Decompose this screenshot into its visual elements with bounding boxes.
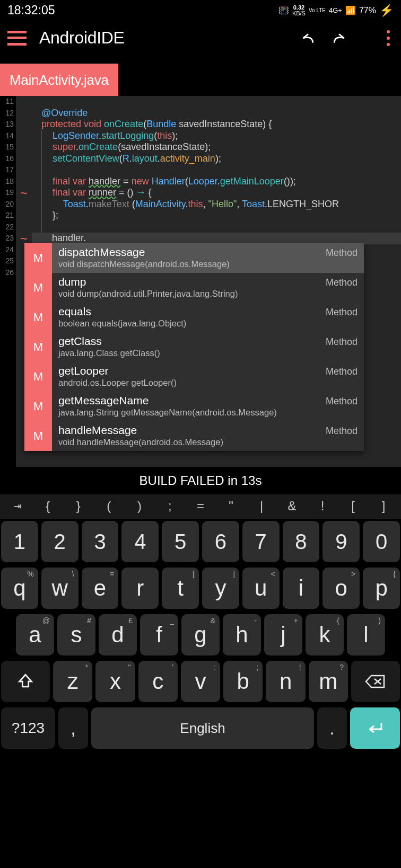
sym-pipe[interactable]: | [247, 499, 276, 513]
key-9[interactable]: 9 [322, 521, 360, 562]
key-w[interactable]: w\ [41, 568, 79, 609]
overflow-menu-icon[interactable] [381, 30, 396, 46]
key-8[interactable]: 8 [283, 521, 320, 562]
key-r[interactable]: r [121, 568, 159, 609]
key-c[interactable]: c' [138, 661, 178, 702]
ac-name: dispatchMessage [58, 246, 358, 258]
sym-semi[interactable]: ; [155, 499, 185, 513]
sym-rparen[interactable]: ) [125, 499, 154, 513]
key-n[interactable]: n! [266, 661, 305, 702]
key-1[interactable]: 1 [1, 521, 38, 562]
sym-eq[interactable]: = [186, 499, 215, 513]
key-t[interactable]: t[ [162, 568, 199, 609]
ac-name: getMessageName [58, 395, 358, 406]
clock: 18:32:05 [7, 3, 55, 17]
sym-quote[interactable]: " [216, 499, 246, 513]
key-u[interactable]: u< [242, 568, 280, 609]
key-switch[interactable]: ?123 [1, 707, 55, 749]
key-m[interactable]: m? [309, 661, 348, 702]
ac-signature: boolean equals(java.lang.Object) [58, 318, 358, 330]
ac-name: dump [58, 276, 358, 288]
vibrate-icon: 📳 [278, 5, 289, 15]
code-editor[interactable]: 11121314151617181920212223242526 ~~ @Ove… [0, 96, 401, 467]
key-backspace[interactable] [351, 661, 400, 702]
key-enter[interactable] [350, 707, 400, 749]
sym-lparen[interactable]: ( [94, 499, 124, 513]
key-b[interactable]: b; [223, 661, 263, 702]
key-6[interactable]: 6 [202, 521, 239, 562]
key-2[interactable]: 2 [41, 521, 79, 562]
ac-kind: Method [326, 277, 358, 289]
key-shift[interactable] [1, 661, 50, 702]
ac-signature: void dump(android.util.Printer,java.lang… [58, 288, 358, 300]
key-v[interactable]: v: [181, 661, 220, 702]
autocomplete-item[interactable]: MgetClassjava.lang.Class getClass()Metho… [24, 332, 364, 362]
autocomplete-item[interactable]: Mdumpvoid dump(android.util.Printer,java… [24, 273, 364, 303]
ac-kind: Method [326, 426, 358, 437]
sym-tab[interactable]: ⇥ [3, 499, 32, 513]
autocomplete-item[interactable]: MgetLooperandroid.os.Looper getLooper()M… [24, 362, 364, 392]
key-7[interactable]: 7 [242, 521, 280, 562]
battery-pct: 77% [359, 6, 376, 15]
key-y[interactable]: y] [202, 568, 239, 609]
key-h[interactable]: h- [223, 614, 261, 656]
key-5[interactable]: 5 [162, 521, 199, 562]
autocomplete-item[interactable]: MhandleMessagevoid handleMessage(android… [24, 421, 364, 451]
key-0[interactable]: 0 [363, 521, 400, 562]
key-l[interactable]: l) [347, 614, 385, 656]
autocomplete-popup[interactable]: MdispatchMessagevoid dispatchMessage(and… [24, 243, 364, 451]
key-z[interactable]: z* [53, 661, 92, 702]
ac-signature: void handleMessage(android.os.Message) [58, 437, 358, 448]
key-a[interactable]: a@ [16, 614, 54, 656]
error-marker-icon: ~ [20, 186, 27, 199]
autocomplete-item[interactable]: Mequalsboolean equals(java.lang.Object)M… [24, 303, 364, 332]
redo-button[interactable] [330, 31, 348, 45]
undo-button[interactable] [299, 31, 317, 45]
key-s[interactable]: s# [57, 614, 95, 656]
key-o[interactable]: o> [322, 568, 360, 609]
ac-kind: Method [326, 247, 358, 259]
build-status[interactable]: BUILD FAILED in 13s [0, 467, 401, 494]
key-f[interactable]: f_ [140, 614, 178, 656]
sym-rbrace[interactable]: } [64, 499, 93, 513]
tab-mainactivity[interactable]: MainActivity.java [0, 64, 118, 96]
key-p[interactable]: p{ [363, 568, 400, 609]
ac-signature: java.lang.String getMessageName(android.… [58, 407, 358, 419]
key-x[interactable]: x" [95, 661, 135, 702]
sym-lbrace[interactable]: { [33, 499, 63, 513]
autocomplete-item[interactable]: MdispatchMessagevoid dispatchMessage(and… [24, 243, 364, 273]
key-e[interactable]: e= [82, 568, 119, 609]
app-bar: AndroidIDE [0, 19, 401, 53]
autocomplete-item[interactable]: MgetMessageNamejava.lang.String getMessa… [24, 392, 364, 421]
menu-icon[interactable] [7, 31, 27, 46]
key-3[interactable]: 3 [82, 521, 119, 562]
status-icons: 📳 0.32KB/S Vo LTE 4G+ 📶 77% ⚡ [278, 4, 394, 17]
key-space[interactable]: English [91, 707, 314, 749]
sym-lbracket[interactable]: [ [338, 499, 368, 513]
method-icon: M [24, 303, 52, 332]
method-icon: M [24, 421, 52, 451]
method-icon: M [24, 273, 52, 303]
key-q[interactable]: q% [1, 568, 38, 609]
key-4[interactable]: 4 [121, 521, 159, 562]
ac-kind: Method [326, 366, 358, 378]
app-title: AndroidIDE [39, 28, 125, 48]
key-g[interactable]: g& [181, 614, 220, 656]
ac-kind: Method [326, 396, 358, 408]
sym-rbracket[interactable]: ] [369, 499, 398, 513]
key-j[interactable]: j+ [264, 614, 302, 656]
line-gutter: 11121314151617181920212223242526 [0, 96, 16, 467]
ac-signature: android.os.Looper getLooper() [58, 377, 358, 389]
ac-signature: java.lang.Class getClass() [58, 348, 358, 359]
key-i[interactable]: i [283, 568, 320, 609]
key-k[interactable]: k( [306, 614, 344, 656]
key-period[interactable]: . [317, 707, 347, 749]
key-comma[interactable]: , [58, 707, 88, 749]
method-icon: M [24, 243, 52, 273]
soft-keyboard: 1234567890 q%w\e=rt[y]u<io>p{ a@s#d£f_g&… [0, 519, 401, 759]
ac-signature: void dispatchMessage(android.os.Message) [58, 259, 358, 270]
sym-bang[interactable]: ! [308, 499, 337, 513]
ac-name: handleMessage [58, 424, 358, 436]
sym-amp[interactable]: & [277, 499, 307, 513]
key-d[interactable]: d£ [99, 614, 137, 656]
